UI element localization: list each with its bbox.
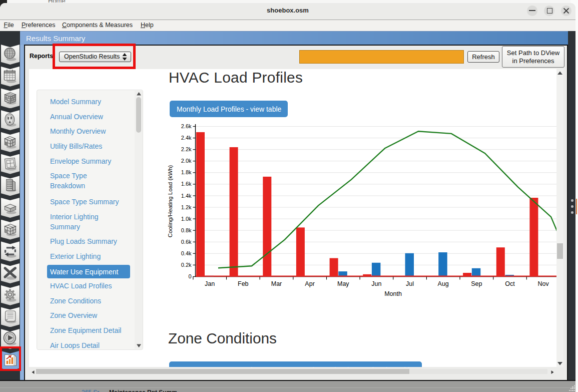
svg-text:2.6k: 2.6k (181, 123, 192, 129)
svg-text:Jul: Jul (406, 280, 414, 287)
svg-text:0.8k: 0.8k (181, 227, 192, 233)
svg-text:0.6k: 0.6k (181, 239, 192, 245)
svg-text:0: 0 (188, 273, 191, 279)
svg-text:Jun: Jun (371, 280, 381, 287)
svg-text:0.2k: 0.2k (181, 262, 192, 268)
svg-text:May: May (337, 280, 349, 287)
svg-text:Aug: Aug (438, 280, 449, 287)
svg-text:Apr: Apr (305, 280, 314, 287)
svg-text:Jan: Jan (205, 280, 215, 287)
svg-text:2.2k: 2.2k (181, 146, 192, 152)
svg-text:1.0k: 1.0k (181, 216, 192, 222)
svg-text:1.2k: 1.2k (181, 204, 192, 210)
svg-text:0.4k: 0.4k (181, 250, 192, 256)
svg-text:Sep: Sep (471, 280, 482, 287)
svg-text:Cooling/Heating Load (kWh): Cooling/Heating Load (kWh) (167, 165, 173, 238)
svg-text:Oct: Oct (505, 280, 515, 287)
svg-text:Nov: Nov (537, 280, 549, 287)
svg-text:Mar: Mar (271, 280, 282, 287)
svg-text:1.4k: 1.4k (181, 193, 192, 199)
svg-text:2.0k: 2.0k (181, 158, 192, 164)
svg-text:2.4k: 2.4k (181, 135, 192, 141)
svg-text:Feb: Feb (238, 280, 249, 287)
svg-text:1.6k: 1.6k (181, 181, 192, 187)
svg-text:1.8k: 1.8k (181, 169, 192, 175)
svg-text:Month: Month (384, 290, 402, 297)
